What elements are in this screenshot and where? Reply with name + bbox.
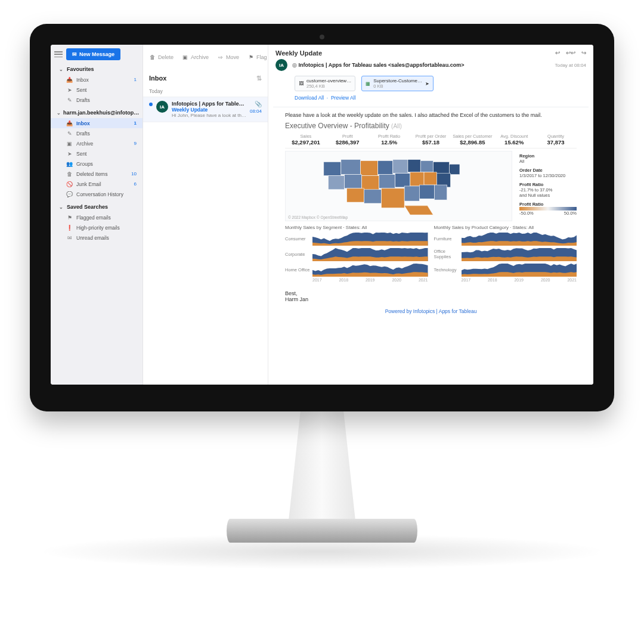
kpi-quantity: Quantity37,873	[535, 134, 577, 145]
sidebar-item-sent[interactable]: ➤Sent	[51, 85, 143, 95]
svg-rect-19	[382, 188, 405, 208]
svg-rect-11	[362, 176, 379, 191]
folder-icon: 🚫	[66, 181, 73, 187]
new-message-button[interactable]: ✉ New Message	[66, 48, 120, 60]
monitor-frame: ✉ New Message ⌄ Favourites 📥Inbox1➤Sent✎…	[30, 24, 614, 411]
sidebar-item-sent[interactable]: ➤Sent	[51, 148, 143, 159]
body-intro: Please have a look at the weekly update …	[285, 112, 577, 118]
sidebar-item-high-priority-emails[interactable]: ❗High-priority emails	[51, 222, 143, 233]
file-icon: 🖼	[299, 81, 304, 86]
unread-dot-icon	[149, 103, 153, 106]
camera-dot	[320, 35, 324, 39]
svg-rect-6	[420, 160, 433, 172]
chart-right-title: Monthly Sales by Product Category · Stat…	[434, 225, 577, 230]
legend: RegionAll Order Date1/3/2017 to 12/30/20…	[517, 151, 577, 221]
toolbar: 🗑Delete ▣Archive ⇨Move ⚑Flag ✉Mark as Re…	[143, 45, 268, 70]
kpi-row: Sales$2,297,201Profit$286,397Profit Rati…	[285, 134, 577, 148]
folder-icon: ✎	[66, 130, 73, 137]
saved-searches-header[interactable]: ⌄ Saved Searches	[51, 199, 143, 212]
message-list-pane: 🗑Delete ▣Archive ⇨Move ⚑Flag ✉Mark as Re…	[143, 45, 268, 385]
svg-rect-21	[419, 185, 434, 199]
attachment-2[interactable]: ▦ Superstore-Custome…0 KB ➤	[361, 76, 434, 91]
favourites-header[interactable]: ⌄ Favourites	[51, 61, 143, 75]
folder-icon: ✎	[66, 97, 73, 103]
folder-icon: ⚑	[66, 214, 73, 221]
folder-icon: ✉	[66, 234, 73, 241]
archive-button[interactable]: ▣Archive	[182, 54, 209, 61]
hamburger-icon[interactable]	[54, 51, 63, 57]
svg-rect-5	[408, 160, 420, 172]
sidebar-item-junk-email[interactable]: 🚫Junk Email6	[51, 179, 143, 189]
svg-rect-9	[329, 176, 345, 190]
mini-chart-technology: Technology	[434, 262, 577, 277]
from-line: Infotopics | Apps for Tableau sales <sal…	[299, 62, 465, 68]
sidebar-item-deleted-items[interactable]: 🗑Deleted Items10	[51, 169, 143, 179]
svg-rect-0	[324, 162, 341, 175]
reply-all-icon[interactable]: ↩↩	[566, 49, 575, 57]
move-button[interactable]: ⇨Move	[217, 54, 239, 61]
attachment-icon: 📎	[255, 101, 262, 107]
folder-icon: ➤	[66, 86, 73, 93]
app-window: ✉ New Message ⌄ Favourites 📥Inbox1➤Sent✎…	[51, 45, 593, 385]
chevron-down-icon: ⌄	[59, 67, 63, 72]
chart-left-title: Monthly Sales by Segment · States: All	[285, 225, 428, 230]
sidebar-item-inbox[interactable]: 📥Inbox1	[51, 118, 143, 128]
sidebar-item-archive[interactable]: ▣Archive9	[51, 138, 143, 148]
sidebar: ✉ New Message ⌄ Favourites 📥Inbox1➤Sent✎…	[51, 45, 143, 385]
svg-rect-17	[347, 188, 364, 202]
svg-rect-3	[378, 160, 393, 174]
account-header[interactable]: ⌄ harm.jan.beekhuis@infotop…	[51, 105, 143, 118]
folder-icon: 👥	[66, 160, 73, 167]
folder-icon: ➤	[66, 150, 73, 157]
mini-chart-home-office: Home Office	[285, 262, 428, 277]
filter-icon[interactable]: ⇅	[256, 75, 262, 82]
archive-icon: ▣	[182, 54, 188, 61]
sidebar-item-drafts[interactable]: ✎Drafts	[51, 128, 143, 138]
message-preview: Hi John, Please have a look at the weekl…	[172, 113, 246, 118]
sidebar-item-groups[interactable]: 👥Groups	[51, 159, 143, 169]
kpi-sales-per-customer: Sales per Customer$2,896.85	[451, 134, 493, 145]
sidebar-item-drafts[interactable]: ✎Drafts	[51, 95, 143, 105]
mini-chart-office-supplies: Office Supplies	[434, 247, 577, 261]
message-from: Infotopics | Apps for Tableau sales	[172, 101, 246, 107]
excel-icon: ▦	[366, 81, 370, 86]
chevron-down-icon: ⌄	[57, 110, 61, 116]
reply-icon[interactable]: ↩	[555, 49, 560, 57]
sidebar-item-unread-emails[interactable]: ✉Unread emails	[51, 233, 143, 243]
forward-icon[interactable]: ↪	[581, 49, 586, 57]
chevron-down-icon: ⌄	[59, 205, 63, 210]
svg-rect-10	[345, 175, 362, 188]
svg-rect-15	[424, 172, 436, 185]
svg-rect-13	[395, 174, 410, 187]
dashboard-title: Executive Overview - Profitability (All)	[285, 122, 577, 130]
mini-chart-consumer: Consumer	[285, 231, 428, 246]
compose-icon: ✉	[72, 51, 77, 57]
flag-button[interactable]: ⚑Flag	[247, 54, 267, 61]
profit-map: © 2022 Mapbox © OpenStreetMap	[285, 151, 512, 221]
folder-icon: ▣	[66, 140, 73, 147]
preview-all-link[interactable]: Preview All	[331, 95, 356, 101]
message-time: 08:04	[250, 109, 262, 114]
message-item[interactable]: IA Infotopics | Apps for Tableau sales W…	[143, 97, 268, 122]
sidebar-item-conversation-history[interactable]: 💬Conversation History	[51, 189, 143, 199]
svg-rect-1	[341, 160, 361, 175]
cursor-icon: ➤	[425, 81, 429, 86]
move-icon: ⇨	[217, 54, 224, 61]
kpi-profit-ratio: Profit Ratio12.5%	[369, 134, 410, 145]
sidebar-item-flagged-emails[interactable]: ⚑Flagged emails	[51, 212, 143, 222]
timestamp: Today at 08:04	[555, 63, 586, 68]
folder-icon: 💬	[66, 191, 73, 197]
svg-rect-8	[450, 164, 460, 174]
sidebar-item-inbox[interactable]: 📥Inbox1	[51, 75, 143, 85]
folder-icon: 📥	[66, 76, 73, 83]
svg-rect-18	[364, 190, 382, 203]
kpi-profit: Profit$286,397	[327, 134, 369, 145]
download-all-link[interactable]: Download All	[295, 95, 324, 101]
delete-button[interactable]: 🗑Delete	[149, 54, 174, 61]
svg-rect-4	[393, 160, 408, 174]
reading-pane: Weekly Update ↩ ↩↩ ↪ IA ◎ Infotopics | A…	[268, 45, 593, 385]
reading-subject: Weekly Update	[275, 49, 322, 57]
attachment-1[interactable]: 🖼 customer-overview…250,4 KB	[295, 76, 355, 91]
footer-link[interactable]: Powered by Infotopics | Apps for Tableau	[285, 302, 577, 315]
avatar: IA	[275, 59, 287, 71]
